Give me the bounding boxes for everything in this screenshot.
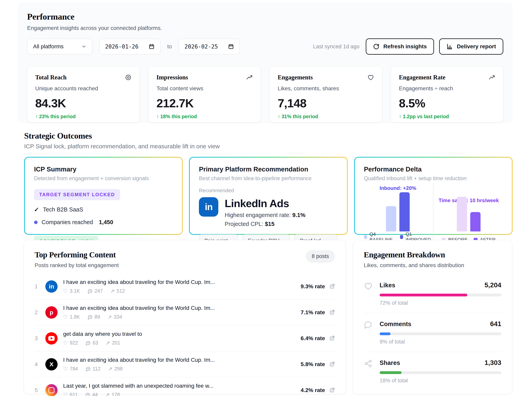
post-row-4[interactable]: 4 X I have an exciting idea about travel… <box>35 351 335 377</box>
refresh-insights-label: Refresh insights <box>383 43 427 50</box>
comments-count: 44 <box>92 392 98 396</box>
trending-up-icon <box>246 74 253 81</box>
share-arrow-icon: ↗ <box>110 288 115 294</box>
calendar-icon <box>149 44 155 49</box>
icp-summary-card: ICP Summary Detected from engagement + c… <box>24 157 183 235</box>
card-title: Performance Delta <box>364 166 503 173</box>
engagement-rate: 9.3% rate <box>301 283 325 290</box>
stat-subtitle: Likes, comments, shares <box>278 85 374 92</box>
post-title: I have an exciting idea about traveling … <box>63 305 295 311</box>
platform-recommendation-card: Primary Platform Recommendation Best cha… <box>189 157 347 235</box>
engagement-rate-label: Highest engagement rate: <box>225 212 292 218</box>
instagram-icon <box>45 384 58 396</box>
comment-icon <box>85 392 90 396</box>
external-link-icon[interactable] <box>329 361 335 367</box>
stat-delta: ↑ 31% this period <box>278 114 374 119</box>
inbound-chart: Inbound: +20% Q4 BASELINE Q1 IMPROVED <box>364 183 432 243</box>
card-title: ICP Summary <box>34 166 173 173</box>
companies-reached-value: 1,450 <box>99 219 113 226</box>
external-link-icon[interactable] <box>329 284 335 290</box>
breakdown-percent: 18% of total <box>380 378 501 384</box>
share-nodes-icon <box>364 359 374 384</box>
post-rank: 2 <box>35 309 44 316</box>
stat-title: Engagement Rate <box>399 74 445 81</box>
comments-count: 112 <box>93 366 101 372</box>
likes-count: 784 <box>70 366 78 372</box>
stat-card-engagements: Engagements Likes, comments, shares 7,14… <box>270 66 382 122</box>
card-subtitle: Qualified inbound lift + setup time redu… <box>364 175 503 181</box>
post-rank: 4 <box>35 361 44 367</box>
comment-icon <box>86 366 91 372</box>
refresh-insights-button[interactable]: Refresh insights <box>366 38 434 55</box>
stat-value: 7,148 <box>278 96 374 110</box>
breakdown-value: 5,204 <box>485 281 501 289</box>
heart-icon: ♡ <box>63 340 68 345</box>
comment-icon <box>87 314 93 320</box>
stat-value: 8.5% <box>399 96 495 110</box>
delivery-report-button[interactable]: Delivery report <box>439 38 503 55</box>
post-title: I have an exciting idea about traveling … <box>63 279 295 285</box>
panel-subtitle: Likes, comments, and shares distribution <box>364 262 501 268</box>
post-row-2[interactable]: 2 p I have an exciting idea about travel… <box>35 299 335 325</box>
share-arrow-icon: ↗ <box>108 314 112 320</box>
x-icon: X <box>45 358 58 370</box>
likes-count: 922 <box>70 340 78 346</box>
stat-card-total-reach: Total Reach Unique accounts reached 84.3… <box>27 66 140 122</box>
post-row-5[interactable]: 5 Last year, I got slammed with an unexp… <box>35 377 335 396</box>
breakdown-label: Likes <box>380 282 395 289</box>
breakdown-value: 1,303 <box>485 359 501 367</box>
stat-value: 212.7K <box>156 96 253 110</box>
stat-card-impressions: Impressions Total content views 212.7K ↑… <box>148 66 261 122</box>
progress-track <box>380 332 501 335</box>
stat-delta: ↑ 18% this period <box>156 114 253 119</box>
recommended-label: Recommended <box>199 187 338 194</box>
post-rank: 1 <box>35 283 44 290</box>
breakdown-value: 641 <box>490 320 501 328</box>
shares-count: 298 <box>114 366 123 372</box>
share-arrow-icon: ↗ <box>108 366 112 372</box>
panel-title: Engagement Breakdown <box>364 250 501 259</box>
projected-cpl-label: Projected CPL: <box>225 221 265 227</box>
engagement-rate-value: 9.1% <box>292 212 305 218</box>
date-to-input[interactable]: 2026-02-25 <box>179 39 240 54</box>
panel-subtitle: Posts ranked by total engagement <box>35 262 119 268</box>
post-row-1[interactable]: 1 in I have an exciting idea about trave… <box>35 274 335 299</box>
engagement-rate: 4.2% rate <box>301 387 325 393</box>
stat-title: Total Reach <box>35 74 67 81</box>
linkedin-logo-icon: in <box>199 197 218 217</box>
heart-icon <box>367 74 374 81</box>
platform-select[interactable]: All platforms <box>27 39 93 54</box>
bar-after <box>470 212 480 232</box>
date-range-separator: to <box>167 43 172 50</box>
external-link-icon[interactable] <box>329 387 335 393</box>
projected-cpl-value: $15 <box>265 221 274 227</box>
legend-swatch <box>364 235 367 239</box>
share-arrow-icon: ↗ <box>105 392 110 396</box>
bar-chart-icon <box>446 43 453 50</box>
post-list: 1 in I have an exciting idea about trave… <box>35 274 335 396</box>
external-link-icon[interactable] <box>329 309 335 315</box>
card-title: Primary Platform Recommendation <box>199 166 338 173</box>
stat-title: Impressions <box>156 74 188 81</box>
share-arrow-icon: ↗ <box>106 340 110 345</box>
stat-delta: ↑ 1.2pp vs last period <box>399 114 495 119</box>
performance-panel: Performance Engagement insights across y… <box>18 3 513 123</box>
delivery-report-label: Delivery report <box>457 43 496 50</box>
target-icon <box>125 74 132 81</box>
check-icon: ✓ <box>34 206 39 213</box>
section-title: Strategic Outcomes <box>24 131 513 140</box>
comment-icon <box>364 320 374 345</box>
progress-fill-likes <box>380 294 467 297</box>
refresh-icon <box>373 43 379 50</box>
external-link-icon[interactable] <box>329 335 335 341</box>
post-row-3[interactable]: 3 get data any where you travel to ♡922 … <box>35 325 335 351</box>
filter-bar: All platforms 2026-01-26 to 2026-02-25 L… <box>27 38 503 55</box>
shares-count: 512 <box>116 288 125 294</box>
shares-count: 334 <box>114 314 122 320</box>
stat-subtitle: Engagements ÷ reach <box>399 85 495 92</box>
likes-count: 1.8K <box>70 314 80 320</box>
heart-icon: ♡ <box>63 314 68 320</box>
bar-q4-baseline <box>386 206 396 232</box>
date-from-input[interactable]: 2026-01-26 <box>99 39 161 54</box>
last-synced-text: Last synced 1d ago <box>313 44 359 50</box>
